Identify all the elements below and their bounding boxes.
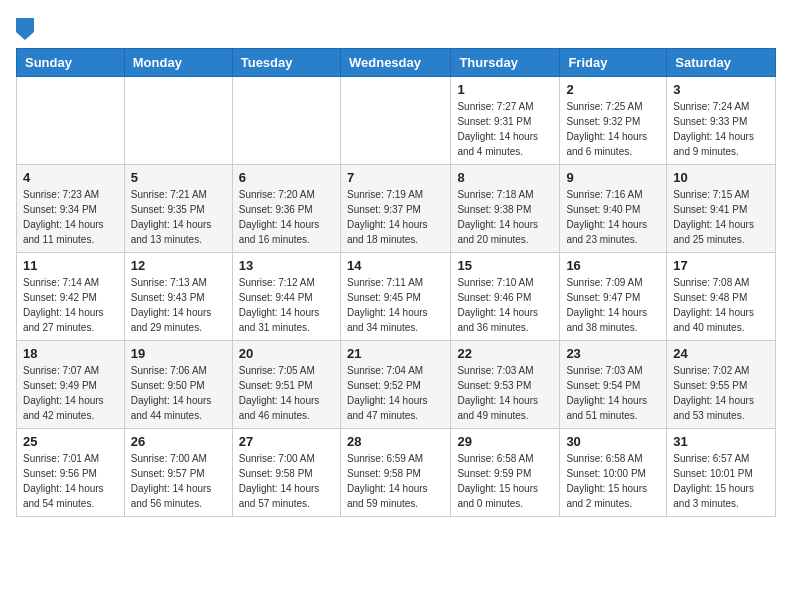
- day-info: Sunrise: 7:07 AM Sunset: 9:49 PM Dayligh…: [23, 363, 118, 423]
- day-number: 18: [23, 346, 118, 361]
- day-number: 5: [131, 170, 226, 185]
- day-number: 13: [239, 258, 334, 273]
- day-info: Sunrise: 7:11 AM Sunset: 9:45 PM Dayligh…: [347, 275, 444, 335]
- calendar-cell: 11Sunrise: 7:14 AM Sunset: 9:42 PM Dayli…: [17, 253, 125, 341]
- day-number: 24: [673, 346, 769, 361]
- day-number: 8: [457, 170, 553, 185]
- calendar-cell: 18Sunrise: 7:07 AM Sunset: 9:49 PM Dayli…: [17, 341, 125, 429]
- day-info: Sunrise: 7:14 AM Sunset: 9:42 PM Dayligh…: [23, 275, 118, 335]
- day-header-wednesday: Wednesday: [340, 49, 450, 77]
- calendar-cell: 21Sunrise: 7:04 AM Sunset: 9:52 PM Dayli…: [340, 341, 450, 429]
- calendar-cell: 14Sunrise: 7:11 AM Sunset: 9:45 PM Dayli…: [340, 253, 450, 341]
- day-info: Sunrise: 7:15 AM Sunset: 9:41 PM Dayligh…: [673, 187, 769, 247]
- day-info: Sunrise: 7:18 AM Sunset: 9:38 PM Dayligh…: [457, 187, 553, 247]
- calendar-cell: [232, 77, 340, 165]
- calendar-cell: 12Sunrise: 7:13 AM Sunset: 9:43 PM Dayli…: [124, 253, 232, 341]
- calendar-cell: 5Sunrise: 7:21 AM Sunset: 9:35 PM Daylig…: [124, 165, 232, 253]
- calendar-cell: 25Sunrise: 7:01 AM Sunset: 9:56 PM Dayli…: [17, 429, 125, 517]
- day-header-saturday: Saturday: [667, 49, 776, 77]
- calendar-cell: 9Sunrise: 7:16 AM Sunset: 9:40 PM Daylig…: [560, 165, 667, 253]
- day-info: Sunrise: 7:06 AM Sunset: 9:50 PM Dayligh…: [131, 363, 226, 423]
- calendar-cell: 31Sunrise: 6:57 AM Sunset: 10:01 PM Dayl…: [667, 429, 776, 517]
- day-info: Sunrise: 7:12 AM Sunset: 9:44 PM Dayligh…: [239, 275, 334, 335]
- day-info: Sunrise: 7:10 AM Sunset: 9:46 PM Dayligh…: [457, 275, 553, 335]
- calendar-cell: 17Sunrise: 7:08 AM Sunset: 9:48 PM Dayli…: [667, 253, 776, 341]
- day-header-friday: Friday: [560, 49, 667, 77]
- day-info: Sunrise: 6:59 AM Sunset: 9:58 PM Dayligh…: [347, 451, 444, 511]
- calendar-cell: 30Sunrise: 6:58 AM Sunset: 10:00 PM Dayl…: [560, 429, 667, 517]
- day-info: Sunrise: 7:04 AM Sunset: 9:52 PM Dayligh…: [347, 363, 444, 423]
- calendar-cell: 1Sunrise: 7:27 AM Sunset: 9:31 PM Daylig…: [451, 77, 560, 165]
- day-number: 23: [566, 346, 660, 361]
- day-number: 1: [457, 82, 553, 97]
- day-number: 9: [566, 170, 660, 185]
- day-number: 21: [347, 346, 444, 361]
- day-number: 3: [673, 82, 769, 97]
- calendar-week-row: 25Sunrise: 7:01 AM Sunset: 9:56 PM Dayli…: [17, 429, 776, 517]
- day-header-tuesday: Tuesday: [232, 49, 340, 77]
- day-info: Sunrise: 7:16 AM Sunset: 9:40 PM Dayligh…: [566, 187, 660, 247]
- calendar-week-row: 4Sunrise: 7:23 AM Sunset: 9:34 PM Daylig…: [17, 165, 776, 253]
- calendar-cell: 26Sunrise: 7:00 AM Sunset: 9:57 PM Dayli…: [124, 429, 232, 517]
- logo: [16, 16, 38, 38]
- svg-marker-0: [16, 18, 34, 40]
- calendar-cell: 13Sunrise: 7:12 AM Sunset: 9:44 PM Dayli…: [232, 253, 340, 341]
- page-header: [16, 16, 776, 38]
- day-number: 29: [457, 434, 553, 449]
- day-number: 20: [239, 346, 334, 361]
- day-info: Sunrise: 7:25 AM Sunset: 9:32 PM Dayligh…: [566, 99, 660, 159]
- calendar-cell: 19Sunrise: 7:06 AM Sunset: 9:50 PM Dayli…: [124, 341, 232, 429]
- day-info: Sunrise: 7:21 AM Sunset: 9:35 PM Dayligh…: [131, 187, 226, 247]
- day-info: Sunrise: 6:58 AM Sunset: 9:59 PM Dayligh…: [457, 451, 553, 511]
- day-number: 30: [566, 434, 660, 449]
- calendar-cell: 7Sunrise: 7:19 AM Sunset: 9:37 PM Daylig…: [340, 165, 450, 253]
- day-number: 7: [347, 170, 444, 185]
- day-info: Sunrise: 7:00 AM Sunset: 9:58 PM Dayligh…: [239, 451, 334, 511]
- day-number: 27: [239, 434, 334, 449]
- day-info: Sunrise: 6:58 AM Sunset: 10:00 PM Daylig…: [566, 451, 660, 511]
- day-info: Sunrise: 7:24 AM Sunset: 9:33 PM Dayligh…: [673, 99, 769, 159]
- day-info: Sunrise: 7:23 AM Sunset: 9:34 PM Dayligh…: [23, 187, 118, 247]
- day-info: Sunrise: 7:08 AM Sunset: 9:48 PM Dayligh…: [673, 275, 769, 335]
- day-info: Sunrise: 7:02 AM Sunset: 9:55 PM Dayligh…: [673, 363, 769, 423]
- calendar-cell: 6Sunrise: 7:20 AM Sunset: 9:36 PM Daylig…: [232, 165, 340, 253]
- day-number: 15: [457, 258, 553, 273]
- day-info: Sunrise: 7:09 AM Sunset: 9:47 PM Dayligh…: [566, 275, 660, 335]
- day-number: 28: [347, 434, 444, 449]
- day-number: 12: [131, 258, 226, 273]
- day-header-sunday: Sunday: [17, 49, 125, 77]
- calendar-cell: [340, 77, 450, 165]
- day-info: Sunrise: 7:03 AM Sunset: 9:54 PM Dayligh…: [566, 363, 660, 423]
- day-header-monday: Monday: [124, 49, 232, 77]
- day-info: Sunrise: 7:19 AM Sunset: 9:37 PM Dayligh…: [347, 187, 444, 247]
- day-number: 11: [23, 258, 118, 273]
- logo-icon: [16, 18, 34, 40]
- calendar-cell: 23Sunrise: 7:03 AM Sunset: 9:54 PM Dayli…: [560, 341, 667, 429]
- day-info: Sunrise: 7:27 AM Sunset: 9:31 PM Dayligh…: [457, 99, 553, 159]
- calendar-week-row: 1Sunrise: 7:27 AM Sunset: 9:31 PM Daylig…: [17, 77, 776, 165]
- day-info: Sunrise: 7:05 AM Sunset: 9:51 PM Dayligh…: [239, 363, 334, 423]
- day-number: 4: [23, 170, 118, 185]
- day-number: 26: [131, 434, 226, 449]
- day-number: 16: [566, 258, 660, 273]
- day-number: 22: [457, 346, 553, 361]
- calendar-cell: 20Sunrise: 7:05 AM Sunset: 9:51 PM Dayli…: [232, 341, 340, 429]
- calendar-cell: [124, 77, 232, 165]
- day-number: 14: [347, 258, 444, 273]
- day-number: 17: [673, 258, 769, 273]
- calendar-cell: 8Sunrise: 7:18 AM Sunset: 9:38 PM Daylig…: [451, 165, 560, 253]
- calendar-cell: 24Sunrise: 7:02 AM Sunset: 9:55 PM Dayli…: [667, 341, 776, 429]
- calendar-cell: 3Sunrise: 7:24 AM Sunset: 9:33 PM Daylig…: [667, 77, 776, 165]
- day-info: Sunrise: 7:03 AM Sunset: 9:53 PM Dayligh…: [457, 363, 553, 423]
- day-number: 10: [673, 170, 769, 185]
- calendar-header-row: SundayMondayTuesdayWednesdayThursdayFrid…: [17, 49, 776, 77]
- day-number: 31: [673, 434, 769, 449]
- calendar-cell: 22Sunrise: 7:03 AM Sunset: 9:53 PM Dayli…: [451, 341, 560, 429]
- calendar-cell: [17, 77, 125, 165]
- calendar-table: SundayMondayTuesdayWednesdayThursdayFrid…: [16, 48, 776, 517]
- calendar-week-row: 11Sunrise: 7:14 AM Sunset: 9:42 PM Dayli…: [17, 253, 776, 341]
- day-info: Sunrise: 7:00 AM Sunset: 9:57 PM Dayligh…: [131, 451, 226, 511]
- day-info: Sunrise: 7:13 AM Sunset: 9:43 PM Dayligh…: [131, 275, 226, 335]
- calendar-cell: 15Sunrise: 7:10 AM Sunset: 9:46 PM Dayli…: [451, 253, 560, 341]
- day-info: Sunrise: 7:20 AM Sunset: 9:36 PM Dayligh…: [239, 187, 334, 247]
